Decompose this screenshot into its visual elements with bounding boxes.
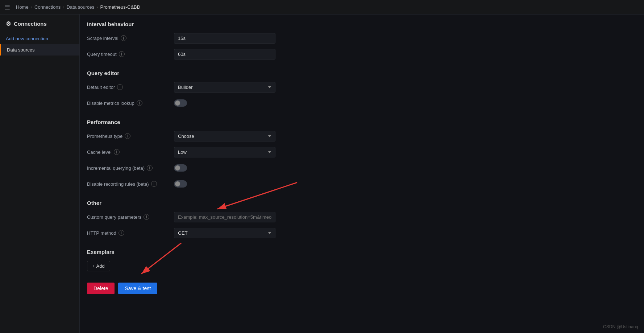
watermark: CSDN @Ustinanq (603, 324, 638, 329)
breadcrumb-sep-2: › (63, 4, 64, 10)
http-method-label: HTTP method i (87, 230, 174, 236)
disable-metrics-info-icon[interactable]: i (137, 100, 142, 106)
cache-level-select[interactable]: Low Medium High (174, 147, 275, 157)
add-exemplar-button[interactable]: + Add (87, 261, 110, 271)
sidebar-item-data-sources[interactable]: Data sources (0, 44, 79, 56)
breadcrumb-sep-1: › (31, 4, 32, 10)
topbar: ☰ Home › Connections › Data sources › Pr… (0, 0, 644, 15)
incremental-querying-control (174, 164, 348, 172)
query-timeout-input[interactable] (174, 49, 275, 59)
breadcrumb-current: Prometheus-C&BD (100, 4, 141, 10)
prometheus-type-control: Choose Prometheus Cortex Mimir Thanos (174, 131, 348, 141)
custom-query-params-control (174, 212, 348, 222)
disable-metrics-label: Disable metrics lookup i (87, 100, 174, 106)
default-editor-info-icon[interactable]: i (117, 84, 123, 90)
prometheus-type-label: Prometheus type i (87, 133, 174, 139)
query-timeout-info-icon[interactable]: i (119, 51, 125, 57)
prometheus-type-row: Prometheus type i Choose Prometheus Cort… (87, 130, 348, 143)
save-test-button[interactable]: Save & test (118, 283, 157, 294)
sidebar: ⚙ Connections Add new connection Data so… (0, 15, 80, 333)
add-new-connection-link[interactable]: Add new connection (0, 33, 79, 44)
delete-button[interactable]: Delete (87, 283, 115, 294)
main-content: Interval behaviour Scrape interval i Que… (80, 15, 644, 333)
default-editor-select[interactable]: Builder Code (174, 82, 275, 92)
content-inner: Interval behaviour Scrape interval i Que… (80, 15, 355, 298)
breadcrumb-datasources[interactable]: Data sources (67, 4, 95, 10)
disable-recording-rules-info-icon[interactable]: i (151, 181, 157, 187)
main-layout: ⚙ Connections Add new connection Data so… (0, 15, 644, 333)
query-timeout-label: Query timeout i (87, 51, 174, 57)
incremental-querying-row: Incremental querying (beta) i (87, 161, 348, 174)
breadcrumb-home[interactable]: Home (16, 4, 29, 10)
breadcrumb-sep-3: › (96, 4, 98, 10)
sidebar-title: Connections (14, 21, 47, 27)
other-title: Other (87, 193, 348, 210)
disable-recording-rules-control (174, 180, 348, 188)
breadcrumb: Home › Connections › Data sources › Prom… (16, 4, 140, 10)
disable-metrics-toggle[interactable] (174, 99, 187, 107)
disable-recording-rules-toggle[interactable] (174, 180, 187, 188)
performance-title: Performance (87, 112, 348, 130)
disable-metrics-control (174, 99, 348, 107)
query-editor-title: Query editor (87, 63, 348, 81)
interval-behaviour-title: Interval behaviour (87, 15, 348, 32)
disable-recording-rules-row: Disable recording rules (beta) i (87, 177, 348, 190)
prometheus-type-info-icon[interactable]: i (125, 133, 130, 139)
exemplars-add-row: + Add (87, 259, 348, 272)
scrape-interval-input[interactable] (174, 33, 275, 44)
custom-query-params-input[interactable] (174, 212, 275, 222)
query-timeout-row: Query timeout i (87, 48, 348, 61)
footer-buttons: Delete Save & test (87, 275, 348, 298)
default-editor-label: Default editor i (87, 84, 174, 90)
default-editor-row: Default editor i Builder Code (87, 81, 348, 94)
custom-query-params-row: Custom query parameters i (87, 210, 348, 223)
http-method-info-icon[interactable]: i (119, 230, 124, 236)
cache-level-row: Cache level i Low Medium High (87, 145, 348, 159)
incremental-querying-info-icon[interactable]: i (147, 165, 153, 171)
cache-level-info-icon[interactable]: i (114, 149, 120, 155)
http-method-control: GET POST (174, 228, 348, 238)
breadcrumb-connections[interactable]: Connections (34, 4, 61, 10)
query-timeout-control (174, 49, 348, 59)
sidebar-header: ⚙ Connections (0, 20, 79, 33)
custom-query-params-label: Custom query parameters i (87, 214, 174, 220)
default-editor-control: Builder Code (174, 82, 348, 92)
custom-query-params-info-icon[interactable]: i (144, 214, 149, 220)
disable-recording-rules-label: Disable recording rules (beta) i (87, 181, 174, 187)
scrape-interval-row: Scrape interval i (87, 32, 348, 45)
incremental-querying-toggle[interactable] (174, 164, 187, 172)
scrape-interval-control (174, 33, 348, 44)
menu-icon[interactable]: ☰ (4, 3, 10, 11)
connections-icon: ⚙ (6, 20, 11, 27)
cache-level-control: Low Medium High (174, 147, 348, 157)
http-method-row: HTTP method i GET POST (87, 226, 348, 239)
http-method-select[interactable]: GET POST (174, 228, 275, 238)
disable-metrics-row: Disable metrics lookup i (87, 96, 348, 110)
incremental-querying-label: Incremental querying (beta) i (87, 165, 174, 171)
scrape-interval-label: Scrape interval i (87, 35, 174, 41)
exemplars-title: Exemplars (87, 242, 348, 259)
cache-level-label: Cache level i (87, 149, 174, 155)
prometheus-type-select[interactable]: Choose Prometheus Cortex Mimir Thanos (174, 131, 275, 141)
scrape-interval-info-icon[interactable]: i (121, 35, 126, 41)
